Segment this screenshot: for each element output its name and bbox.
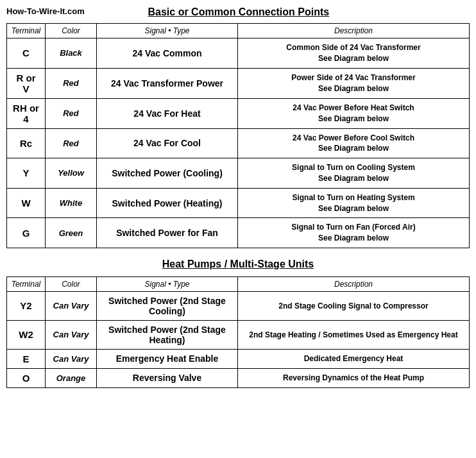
table1-cell-terminal: R or V	[7, 68, 46, 98]
table1-cell-desc: Signal to Turn on Fan (Forced Air)See Di…	[238, 218, 470, 248]
table2-cell-desc: Dedicated Emergency Heat	[238, 349, 470, 368]
table2-cell-color: Can Vary	[46, 349, 97, 368]
table1-header-color: Color	[46, 24, 97, 38]
table1: Terminal Color Signal • Type Description…	[6, 23, 470, 248]
table1-row: GGreenSwitched Power for FanSignal to Tu…	[7, 218, 470, 248]
table2-cell-desc: Reversing Dynamics of the Heat Pump	[238, 368, 470, 387]
table2-cell-color: Can Vary	[46, 320, 97, 349]
table2-row: W2Can VarySwitched Power (2nd Stage Heat…	[7, 320, 470, 349]
table1-cell-signal: 24 Vac For Cool	[97, 128, 238, 158]
table1-cell-desc: Common Side of 24 Vac TransformerSee Dia…	[238, 38, 470, 69]
table1-row: WWhiteSwitched Power (Heating)Signal to …	[7, 188, 470, 218]
table1-row: R or VRed24 Vac Transformer PowerPower S…	[7, 68, 470, 98]
table2-header-desc: Description	[238, 276, 470, 291]
table1-cell-signal: Switched Power for Fan	[97, 218, 238, 248]
table1-row: CBlack24 Vac CommonCommon Side of 24 Vac…	[7, 38, 470, 69]
table1-cell-signal: Switched Power (Heating)	[97, 188, 238, 218]
table1-cell-desc: Signal to Turn on Heating SystemSee Diag…	[238, 188, 470, 218]
table2-cell-desc: 2nd Stage Cooling Signal to Compressor	[238, 291, 470, 320]
section1-title: Basic or Common Connection Points	[85, 6, 393, 18]
table1-cell-color: Black	[46, 38, 97, 69]
header-row: How-To-Wire-It.com Basic or Common Conne…	[6, 6, 470, 18]
table2-cell-signal: Switched Power (2nd Stage Cooling)	[97, 291, 238, 320]
table1-cell-terminal: W	[7, 188, 46, 218]
table2-header-row: Terminal Color Signal • Type Description	[7, 276, 470, 291]
table2-cell-signal: Reversing Valve	[97, 368, 238, 387]
table2-cell-signal: Switched Power (2nd Stage Heating)	[97, 320, 238, 349]
table1-cell-desc: Power Side of 24 Vac TransformerSee Diag…	[238, 68, 470, 98]
table1-body: CBlack24 Vac CommonCommon Side of 24 Vac…	[7, 38, 470, 248]
table2-cell-signal: Emergency Heat Enable	[97, 349, 238, 368]
section2-title: Heat Pumps / Multi-Stage Units	[6, 259, 470, 270]
site-name: How-To-Wire-It.com	[6, 6, 85, 16]
table1-cell-terminal: G	[7, 218, 46, 248]
table2-header-signal: Signal • Type	[97, 276, 238, 291]
table1-header-signal: Signal • Type	[97, 24, 238, 38]
table2-cell-terminal: O	[7, 368, 46, 387]
table2-header-color: Color	[46, 276, 97, 291]
table1-cell-signal: 24 Vac Common	[97, 38, 238, 69]
table1-row: YYellowSwitched Power (Cooling)Signal to…	[7, 158, 470, 189]
table2-cell-color: Can Vary	[46, 291, 97, 320]
table1-cell-terminal: C	[7, 38, 46, 69]
table2-body: Y2Can VarySwitched Power (2nd Stage Cool…	[7, 291, 470, 387]
table1-cell-signal: 24 Vac Transformer Power	[97, 68, 238, 98]
table1-cell-color: White	[46, 188, 97, 218]
table1-cell-color: Green	[46, 218, 97, 248]
table1-cell-signal: 24 Vac For Heat	[97, 98, 238, 128]
table2-row: ECan VaryEmergency Heat EnableDedicated …	[7, 349, 470, 368]
table2-cell-terminal: W2	[7, 320, 46, 349]
table1-row: RH or 4Red24 Vac For Heat24 Vac Power Be…	[7, 98, 470, 128]
table1-header-desc: Description	[238, 24, 470, 38]
table2: Terminal Color Signal • Type Description…	[6, 276, 470, 388]
table1-cell-desc: Signal to Turn on Cooling SystemSee Diag…	[238, 158, 470, 189]
table1-cell-color: Red	[46, 98, 97, 128]
table1-header-row: Terminal Color Signal • Type Description	[7, 24, 470, 38]
table2-header-terminal: Terminal	[7, 276, 46, 291]
table1-cell-desc: 24 Vac Power Before Cool SwitchSee Diagr…	[238, 128, 470, 158]
table1-cell-color: Yellow	[46, 158, 97, 189]
table2-row: Y2Can VarySwitched Power (2nd Stage Cool…	[7, 291, 470, 320]
page-wrapper: How-To-Wire-It.com Basic or Common Conne…	[0, 0, 476, 405]
table1-cell-color: Red	[46, 128, 97, 158]
table1-cell-terminal: RH or 4	[7, 98, 46, 128]
table2-cell-desc: 2nd Stage Heating / Sometimes Used as Em…	[238, 320, 470, 349]
table1-cell-desc: 24 Vac Power Before Heat SwitchSee Diagr…	[238, 98, 470, 128]
table1-cell-color: Red	[46, 68, 97, 98]
table2-cell-terminal: Y2	[7, 291, 46, 320]
table1-cell-terminal: Rc	[7, 128, 46, 158]
table1-cell-signal: Switched Power (Cooling)	[97, 158, 238, 189]
table1-row: RcRed24 Vac For Cool24 Vac Power Before …	[7, 128, 470, 158]
table1-cell-terminal: Y	[7, 158, 46, 189]
table1-header-terminal: Terminal	[7, 24, 46, 38]
table2-row: OOrangeReversing ValveReversing Dynamics…	[7, 368, 470, 387]
table2-cell-terminal: E	[7, 349, 46, 368]
table2-cell-color: Orange	[46, 368, 97, 387]
